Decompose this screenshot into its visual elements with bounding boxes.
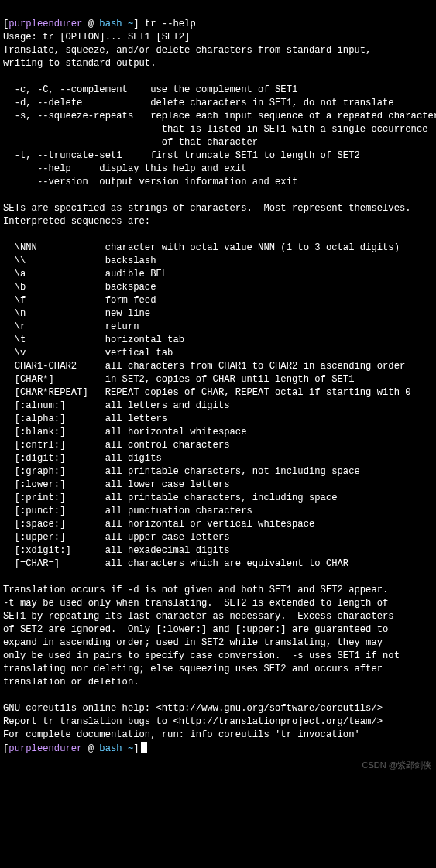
prompt-line-2[interactable]: [purpleendurer @ bash ~] [3, 743, 147, 754]
prompt-separator: @ [82, 19, 99, 29]
output-seq-r: \r return [3, 321, 139, 332]
output-opt-s3: of that character [3, 137, 258, 148]
output-seq-v: \v vertical tab [3, 348, 173, 359]
prompt-shell-path: bash ~ [99, 743, 133, 754]
output-seq-repeat: [CHAR*REPEAT] REPEAT copies of CHAR, REP… [3, 387, 411, 398]
prompt-close-bracket: ] [133, 743, 139, 754]
prompt-shell-path: bash ~ [99, 19, 133, 29]
output-seq-space: [:space:] all horizontal or vertical whi… [3, 519, 314, 530]
output-seq-print: [:print:] all printable characters, incl… [3, 492, 338, 503]
output-seq-a: \a audible BEL [3, 269, 167, 280]
output-seq-blank: [:blank:] all horizontal whitespace [3, 427, 247, 437]
output-para-7: translating nor deleting; else squeezing… [3, 664, 383, 674]
output-para-6: only be used in pairs to specify case co… [3, 650, 400, 661]
terminal-output[interactable]: [purpleendurer @ bash ~] tr --help Usage… [0, 0, 436, 777]
output-opt-d: -d, --delete delete characters in SET1, … [3, 98, 394, 108]
output-desc-2: writing to standard output. [3, 58, 156, 69]
output-footer-3: For complete documentation, run: info co… [3, 729, 360, 740]
output-para-2: -t may be used only when translating. SE… [3, 598, 388, 609]
output-seq-b: \b backspace [3, 282, 156, 293]
output-seq-xdigit: [:xdigit:] all hexadecimal digits [3, 545, 230, 556]
output-para-1: Translation occurs if -d is not given an… [3, 585, 388, 595]
output-opt-version: --version output version information and… [3, 177, 297, 187]
output-seq-equiv: [=CHAR=] all characters which are equiva… [3, 558, 348, 569]
output-para-8: translation or deletion. [3, 677, 139, 688]
prompt-line-1: [purpleendurer @ bash ~] tr --help [3, 19, 196, 29]
output-seq-alpha: [:alpha:] all letters [3, 413, 167, 424]
output-opt-s1: -s, --squeeze-repeats replace each input… [3, 111, 436, 122]
output-usage: Usage: tr [OPTION]... SET1 [SET2] [3, 32, 190, 43]
command-text: tr --help [139, 19, 196, 29]
output-sets-intro-2: Interpreted sequences are: [3, 216, 150, 227]
prompt-user-host: purpleendurer [9, 19, 82, 29]
watermark-text: CSDN @紫郢剑侠 [362, 759, 431, 772]
output-opt-help: --help display this help and exit [3, 163, 247, 174]
prompt-separator: @ [82, 743, 99, 754]
output-seq-lower: [:lower:] all lower case letters [3, 479, 230, 490]
output-para-5: expand in ascending order; used in SET2 … [3, 637, 383, 648]
prompt-user-host: purpleendurer [9, 743, 82, 754]
output-opt-s2: that is listed in SET1 with a single occ… [3, 124, 428, 135]
output-seq-star: [CHAR*] in SET2, copies of CHAR until le… [3, 374, 354, 385]
output-seq-backslash: \\ backslash [3, 256, 156, 266]
output-seq-t: \t horizontal tab [3, 335, 184, 345]
output-seq-alnum: [:alnum:] all letters and digits [3, 400, 230, 411]
prompt-close-bracket: ] [133, 19, 139, 29]
output-seq-nnn: \NNN character with octal value NNN (1 t… [3, 242, 400, 253]
output-para-4: of SET2 are ignored. Only [:lower:] and … [3, 624, 388, 635]
output-opt-t: -t, --truncate-set1 first truncate SET1 … [3, 150, 360, 161]
output-seq-punct: [:punct:] all punctuation characters [3, 506, 252, 516]
output-seq-digit: [:digit:] all digits [3, 453, 162, 464]
output-seq-n: \n new line [3, 308, 150, 319]
output-para-3: SET1 by repeating its last character as … [3, 611, 394, 622]
output-seq-f: \f form feed [3, 295, 156, 306]
output-seq-range: CHAR1-CHAR2 all characters from CHAR1 to… [3, 361, 405, 372]
output-opt-c: -c, -C, --complement use the complement … [3, 84, 297, 95]
output-seq-graph: [:graph:] all printable characters, not … [3, 466, 360, 477]
cursor-icon [141, 742, 147, 753]
output-sets-intro-1: SETs are specified as strings of charact… [3, 203, 411, 214]
output-footer-1: GNU coreutils online help: <http://www.g… [3, 703, 383, 714]
output-footer-2: Report tr translation bugs to <http://tr… [3, 716, 383, 727]
output-seq-upper: [:upper:] all upper case letters [3, 532, 230, 543]
output-desc-1: Translate, squeeze, and/or delete charac… [3, 45, 371, 56]
output-seq-cntrl: [:cntrl:] all control characters [3, 440, 230, 451]
